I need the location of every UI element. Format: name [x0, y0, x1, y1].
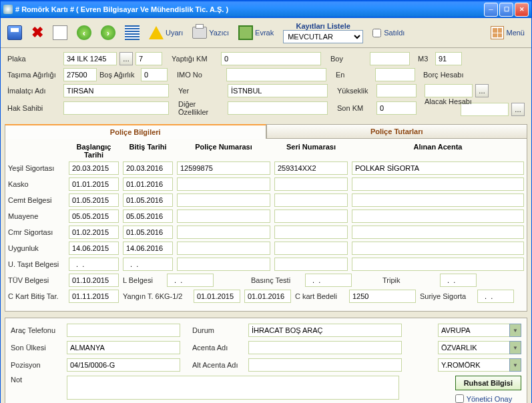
police-input[interactable] — [177, 177, 270, 191]
bitis-input[interactable] — [123, 226, 173, 239]
combo3-input[interactable] — [438, 358, 509, 372]
imalatci-input[interactable] — [63, 84, 169, 97]
acenta-input[interactable] — [352, 177, 524, 191]
baslangic-input[interactable] — [69, 161, 119, 175]
new-button[interactable] — [53, 25, 67, 40]
basinc-input[interactable] — [305, 274, 352, 287]
police-input[interactable] — [177, 210, 270, 223]
save-button[interactable] — [7, 25, 22, 40]
baslangic-input[interactable] — [69, 258, 119, 271]
police-input[interactable] — [177, 161, 270, 175]
baslangic-input[interactable] — [69, 242, 119, 255]
bitis-input[interactable] — [123, 210, 173, 223]
seri-input[interactable] — [274, 161, 348, 175]
combo2-input[interactable] — [438, 341, 509, 354]
alacak-lookup-button[interactable]: … — [511, 103, 525, 116]
tab-police-bilgileri[interactable]: Poliçe Bilgileri — [5, 124, 266, 139]
police-input[interactable] — [177, 242, 270, 255]
baslangic-input[interactable] — [69, 210, 119, 223]
plaka-lookup-button[interactable]: … — [119, 52, 133, 65]
yangin1-input[interactable] — [194, 290, 240, 303]
alt-acenta-input[interactable] — [248, 358, 402, 372]
son-ulke-input[interactable] — [67, 341, 180, 354]
baslangic-input[interactable] — [69, 177, 119, 191]
hak-input[interactable] — [63, 101, 169, 115]
satildi-input[interactable] — [372, 29, 381, 37]
bitis-input[interactable] — [123, 161, 173, 175]
combo2[interactable]: ▼ — [438, 341, 521, 354]
yukseklik-input[interactable] — [376, 84, 417, 97]
seri-input[interactable] — [274, 193, 348, 207]
police-input[interactable] — [177, 226, 270, 239]
seri-input[interactable] — [274, 177, 348, 191]
delete-button[interactable]: ✖ — [31, 24, 43, 41]
combo1-input[interactable] — [438, 324, 509, 337]
seri-input[interactable] — [274, 226, 348, 239]
acenta-input[interactable] — [352, 258, 524, 271]
tasima-input[interactable] — [63, 68, 97, 81]
combo3[interactable]: ▼ — [438, 358, 521, 372]
bitis-input[interactable] — [123, 258, 173, 271]
tab-police-tutarlari[interactable]: Poliçe Tutarları — [266, 124, 528, 139]
yer-input[interactable] — [228, 84, 328, 97]
arac-tel-input[interactable] — [67, 324, 180, 337]
bitis-input[interactable] — [123, 242, 173, 255]
m3-input[interactable] — [435, 52, 462, 65]
baslangic-input[interactable] — [69, 226, 119, 239]
ckbedel-input[interactable] — [349, 290, 416, 303]
suriye-input[interactable] — [477, 290, 514, 303]
borc-lookup-button[interactable]: … — [475, 84, 489, 97]
boy-input[interactable] — [370, 52, 410, 65]
imo-input[interactable] — [226, 68, 326, 81]
next-button[interactable]: › — [101, 25, 115, 40]
combo1[interactable]: ▼ — [438, 324, 521, 337]
tripik-input[interactable] — [440, 274, 477, 287]
bitis-input[interactable] — [123, 193, 173, 207]
menu-button[interactable]: Menü — [491, 26, 525, 39]
police-input[interactable] — [177, 193, 270, 207]
yaptigi-km-input[interactable] — [221, 52, 321, 65]
prev-button[interactable]: ‹ — [77, 25, 91, 40]
ckart-input[interactable] — [69, 290, 119, 303]
police-input[interactable] — [177, 258, 270, 271]
close-button[interactable]: ✕ — [515, 3, 529, 17]
lbelge-input[interactable] — [167, 274, 214, 287]
acenta-input[interactable] — [352, 226, 524, 239]
borc-input[interactable] — [425, 84, 473, 97]
baslangic-input[interactable] — [69, 193, 119, 207]
not-input[interactable] — [67, 376, 399, 400]
sonkm-input[interactable] — [376, 101, 417, 115]
yonetici-onay-checkbox[interactable]: Yönetici Onay — [455, 394, 512, 403]
acenta-input[interactable] — [352, 193, 524, 207]
plaka-input[interactable] — [63, 52, 117, 65]
durum-input[interactable] — [248, 324, 402, 337]
uyari-button[interactable]: Uyarı — [149, 26, 183, 39]
list-button[interactable] — [125, 25, 140, 40]
plaka2-input[interactable] — [136, 52, 162, 65]
acenta-input[interactable] — [248, 341, 402, 354]
satildi-checkbox[interactable]: Satıldı — [372, 29, 405, 37]
chevron-down-icon[interactable]: ▼ — [509, 324, 521, 337]
en-input[interactable] — [375, 68, 415, 81]
acenta-input[interactable] — [352, 242, 524, 255]
bos-input[interactable] — [141, 68, 168, 81]
evrak-button[interactable]: Evrak — [238, 25, 274, 40]
kayit-select[interactable]: MEVCUTLAR — [283, 30, 363, 43]
chevron-down-icon[interactable]: ▼ — [509, 358, 521, 372]
seri-input[interactable] — [274, 258, 348, 271]
acenta-input[interactable] — [352, 161, 524, 175]
pozisyon-input[interactable] — [67, 358, 180, 372]
bitis-input[interactable] — [123, 177, 173, 191]
maximize-button[interactable]: ☐ — [499, 3, 513, 17]
acenta-input[interactable] — [352, 210, 524, 223]
minimize-button[interactable]: ─ — [484, 3, 498, 17]
diger-input[interactable] — [228, 101, 328, 115]
ruhsat-bilgisi-button[interactable]: Ruhsat Bilgisi — [455, 376, 521, 390]
seri-input[interactable] — [274, 242, 348, 255]
tuv-input[interactable] — [69, 274, 119, 287]
chevron-down-icon[interactable]: ▼ — [509, 341, 521, 354]
yangin2-input[interactable] — [244, 290, 291, 303]
seri-input[interactable] — [274, 210, 348, 223]
yonetici-onay-input[interactable] — [455, 394, 464, 403]
yazici-button[interactable]: Yazıcı — [192, 27, 229, 39]
